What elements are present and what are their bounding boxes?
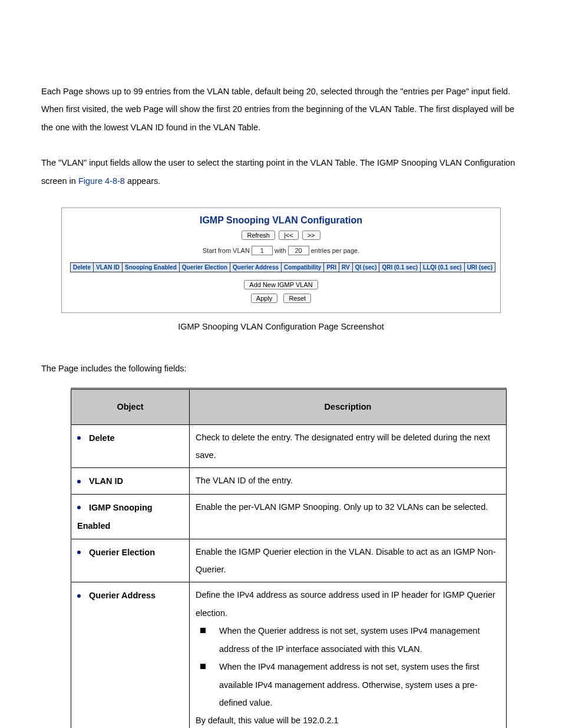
figure-reference: Figure 4-8-8 [78,176,125,186]
col-rv: RV [339,263,353,272]
screenshot-caption: IGMP Snooping VLAN Configuration Page Sc… [41,318,521,335]
screenshot-filter-row: Start from VLAN 1 with 20 entries per pa… [70,246,492,255]
vlan-config-table: Delete VLAN ID Snooping Enabled Querier … [70,262,495,272]
bullet-icon [77,480,81,483]
field-row-querier-address: Querier Address Define the IPv4 address … [71,582,507,728]
square-bullet-icon [200,628,206,633]
field-row-snooping-enabled: IGMP Snooping Enabled Enable the per-VLA… [71,494,507,539]
field-desc: Define the IPv4 address as source addres… [190,582,507,728]
start-vlan-label: Start from VLAN [203,247,250,254]
first-page-button[interactable]: |<< [279,230,299,240]
field-row-querier-election: Querier Election Enable the IGMP Querier… [71,539,507,582]
col-vlan-id: VLAN ID [94,263,123,272]
bullet-icon [77,594,81,598]
fields-header-object: Object [71,389,190,424]
col-qri: QRI (0.1 sec) [379,263,421,272]
field-desc-intro: Define the IPv4 address as source addres… [196,586,500,622]
field-desc-outro: By default, this value will be 192.0.2.1 [196,711,500,728]
field-object: IGMP Snooping Enabled [77,503,153,531]
field-object: Delete [89,433,115,442]
fields-header-description: Description [190,389,507,424]
sub-bullet-text: When the IPv4 management address is not … [219,662,480,707]
field-desc: Enable the IGMP Querier election in the … [190,539,507,582]
field-row-delete: Delete Check to delete the entry. The de… [71,424,507,468]
entries-per-page-label: entries per page. [311,247,360,254]
fields-intro: The Page includes the following fields: [41,360,521,377]
paragraph-1: Each Page shows up to 99 entries from th… [41,83,521,136]
screenshot-panel: IGMP Snooping VLAN Configuration Refresh… [61,207,501,313]
field-object: VLAN ID [89,476,123,486]
sub-bullet: When the Querier address is not set, sys… [196,622,500,658]
bullet-icon [77,506,81,509]
col-uri: URI (sec) [464,263,495,272]
with-label: with [275,247,286,254]
next-page-button[interactable]: >> [302,230,320,240]
col-querier-address: Querier Address [230,263,282,272]
col-qi: QI (sec) [352,263,379,272]
col-delete: Delete [71,263,94,272]
col-querier-election: Querier Election [179,263,230,272]
apply-button[interactable]: Apply [251,294,278,303]
refresh-button[interactable]: Refresh [242,230,275,240]
reset-button[interactable]: Reset [283,294,311,303]
col-compatibility: Compatibility [282,263,324,272]
add-new-vlan-button[interactable]: Add New IGMP VLAN [244,280,318,289]
bullet-icon [77,551,81,554]
sub-bullet-text: When the Querier address is not set, sys… [219,626,480,653]
field-object: Querier Election [89,548,155,557]
field-row-vlan-id: VLAN ID The VLAN ID of the entry. [71,468,507,494]
entries-per-page-input[interactable]: 20 [288,246,309,255]
fields-table: Object Description Delete Check to delet… [71,388,507,728]
field-object: Querier Address [89,591,156,600]
paragraph-2b: appears. [125,176,160,186]
field-desc: The VLAN ID of the entry. [190,468,507,494]
col-snooping-enabled: Snooping Enabled [123,263,180,272]
screenshot-title: IGMP Snooping VLAN Configuration [70,215,492,226]
col-pri: PRI [324,263,339,272]
field-desc: Check to delete the entry. The designate… [190,424,507,468]
paragraph-2: The "VLAN" input fields allow the user t… [41,154,521,190]
field-desc: Enable the per-VLAN IGMP Snooping. Only … [190,494,507,539]
square-bullet-icon [200,664,206,669]
bullet-icon [77,436,81,440]
screenshot-nav-row: Refresh |<< >> [70,230,492,240]
sub-bullet: When the IPv4 management address is not … [196,658,500,711]
start-vlan-input[interactable]: 1 [252,246,273,255]
col-llqi: LLQI (0.1 sec) [421,263,465,272]
